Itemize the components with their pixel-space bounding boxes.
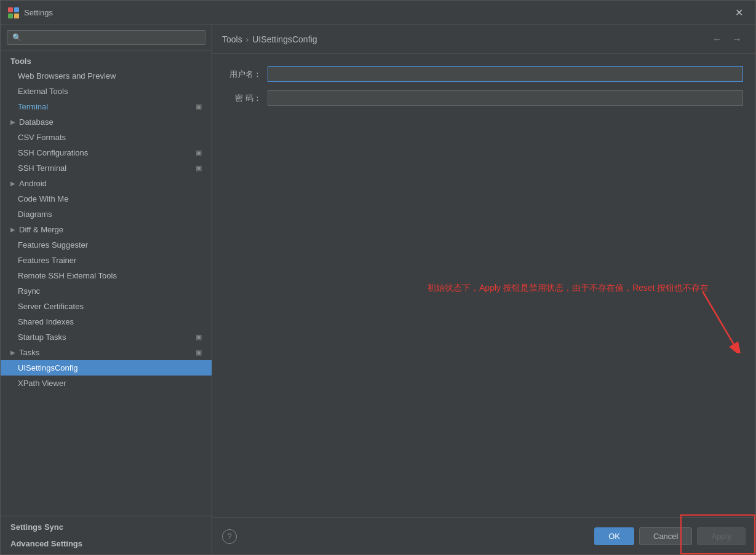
annotation-arrow [696,286,746,355]
sidebar-item-features-trainer[interactable]: Features Trainer [1,253,212,268]
password-row: 密 码： [225,90,743,106]
sidebar-item-external-tools[interactable]: External Tools [1,84,212,99]
sidebar-item-code-with-me[interactable]: Code With Me [1,191,212,207]
forward-arrow[interactable]: → [728,33,746,46]
title-bar: Settings ✕ [1,1,755,25]
help-button[interactable]: ? [222,529,237,544]
app-icon [8,7,19,18]
apply-button: Apply [697,527,746,545]
sidebar-item-database[interactable]: ▶ Database [1,114,212,130]
chevron-icon: ▶ [10,180,15,187]
sidebar-item-web-browsers[interactable]: Web Browsers and Preview [1,68,212,84]
sidebar-item-tasks[interactable]: ▶ Tasks ▣ [1,345,212,360]
svg-rect-1 [14,7,19,12]
sidebar-item-csv-formats[interactable]: CSV Formats [1,130,212,145]
dialog-title: Settings [24,8,730,17]
terminal-icon-right: ▣ [196,103,202,111]
sidebar-item-shared-indexes[interactable]: Shared Indexes [1,314,212,329]
close-button[interactable]: ✕ [730,4,748,21]
breadcrumb: Tools › UISettingsConfig [222,34,317,44]
tasks-icon-right: ▣ [196,348,202,356]
sidebar-item-rsync[interactable]: Rsync [1,283,212,299]
content-header: Tools › UISettingsConfig ← → [212,25,755,54]
back-arrow[interactable]: ← [709,33,726,46]
main-content: Tools › UISettingsConfig ← → 用户名： 密 码： [212,25,755,554]
sidebar-item-remote-ssh[interactable]: Remote SSH External Tools [1,268,212,283]
annotation-overlay: 初始状态下，Apply 按钮是禁用状态，由于不存在值，Reset 按钮也不存在 [428,283,709,294]
search-box [1,25,212,50]
sidebar-item-xpath-viewer[interactable]: XPath Viewer [1,376,212,391]
svg-rect-2 [8,14,13,18]
chevron-icon: ▶ [10,226,15,233]
breadcrumb-parent: Tools [222,34,242,44]
ok-button[interactable]: OK [594,527,634,545]
sidebar-nav: Tools Web Browsers and Preview External … [1,50,212,516]
content-area: 用户名： 密 码： 初始状态下，Apply 按钮是禁用状态，由于不存在值，Res… [212,54,755,518]
sidebar-group-tools[interactable]: Tools [1,53,212,68]
nav-arrows: ← → [709,33,746,46]
sidebar-item-features-suggester[interactable]: Features Suggester [1,237,212,253]
svg-line-5 [702,292,733,344]
sidebar-item-advanced-settings[interactable]: Advanced Settings [1,535,212,552]
startup-tasks-icon-right: ▣ [196,333,202,341]
breadcrumb-separator: › [246,34,249,44]
sidebar-item-ssh-configurations[interactable]: SSH Configurations ▣ [1,145,212,160]
search-input[interactable] [7,30,205,45]
action-buttons: OK Cancel Apply [594,527,746,545]
username-input[interactable] [268,66,743,82]
bottom-bar: ? OK Cancel Apply [212,518,755,554]
sidebar-item-terminal[interactable]: Terminal ▣ [1,99,212,114]
sidebar-item-startup-tasks[interactable]: Startup Tasks ▣ [1,329,212,345]
breadcrumb-current: UISettingsConfig [252,34,317,44]
cancel-button[interactable]: Cancel [639,527,692,545]
username-row: 用户名： [225,66,743,82]
ssh-terminal-icon-right: ▣ [196,164,202,172]
sidebar-item-uisettingsconfig[interactable]: UISettingsConfig [1,360,212,376]
sidebar-item-settings-sync[interactable]: Settings Sync [1,519,212,535]
dialog-body: Tools Web Browsers and Preview External … [1,25,755,554]
sidebar-item-android[interactable]: ▶ Android [1,176,212,191]
sidebar-item-diff-merge[interactable]: ▶ Diff & Merge [1,222,212,237]
password-input[interactable] [268,90,743,106]
sidebar-bottom: Settings Sync Advanced Settings [1,516,212,554]
annotation-text: 初始状态下，Apply 按钮是禁用状态，由于不存在值，Reset 按钮也不存在 [428,283,709,294]
sidebar: Tools Web Browsers and Preview External … [1,25,212,554]
svg-rect-3 [14,14,19,18]
sidebar-item-diagrams[interactable]: Diagrams [1,207,212,222]
settings-dialog: Settings ✕ Tools Web Browsers and Previe… [0,0,756,555]
password-label: 密 码： [225,93,261,104]
chevron-icon: ▶ [10,119,15,125]
username-label: 用户名： [225,69,261,80]
svg-rect-0 [8,7,13,12]
sidebar-item-ssh-terminal[interactable]: SSH Terminal ▣ [1,160,212,176]
sidebar-item-server-certificates[interactable]: Server Certificates [1,299,212,314]
chevron-icon: ▶ [10,349,15,356]
ssh-config-icon-right: ▣ [196,149,202,157]
